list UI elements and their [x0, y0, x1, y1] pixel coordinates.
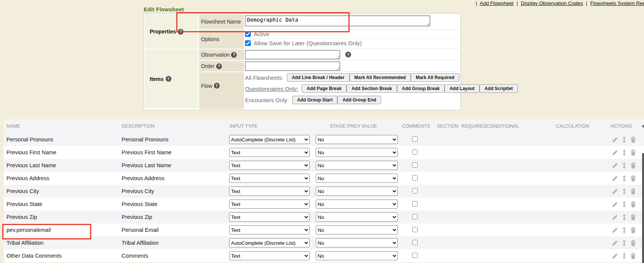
pencil-icon[interactable]: [612, 189, 618, 195]
move-up-down-icon[interactable]: [622, 214, 626, 220]
comments-checkbox[interactable]: [412, 240, 418, 245]
stage-prev-value-select[interactable]: No: [316, 135, 398, 144]
move-up-down-icon[interactable]: [622, 136, 626, 143]
input-type-select[interactable]: Text: [229, 187, 310, 196]
trash-icon[interactable]: [630, 253, 636, 259]
flow-action-button[interactable]: Add Section Break: [347, 84, 397, 93]
help-icon[interactable]: ?: [214, 83, 220, 89]
observation-input[interactable]: [245, 50, 340, 59]
display-observation-codes-link[interactable]: Display Observation Codes: [521, 0, 583, 6]
flowsheets-system-reports-link[interactable]: Flowsheets System Rep: [590, 0, 644, 6]
input-type-select[interactable]: Text: [229, 148, 310, 157]
input-type-select[interactable]: Text: [229, 251, 310, 260]
pencil-icon[interactable]: [612, 240, 618, 246]
stage-prev-value-select[interactable]: No: [316, 238, 398, 247]
help-icon[interactable]: ?: [345, 52, 351, 57]
flow-action-button[interactable]: Add Layout: [445, 84, 479, 93]
stage-prev-value-select[interactable]: No: [316, 212, 398, 222]
help-icon[interactable]: ?: [231, 52, 237, 58]
comments-checkbox[interactable]: [412, 201, 418, 206]
flowsheet-name-input[interactable]: Demographic Data: [245, 16, 430, 26]
input-type-select[interactable]: Text: [229, 161, 310, 170]
stage-prev-value-select[interactable]: No: [316, 225, 398, 234]
move-up-down-icon[interactable]: [622, 188, 626, 195]
allow-save-checkbox[interactable]: [245, 40, 251, 46]
all-flowsheets-row: All Flowsheets: Add Line Break / HeaderM…: [245, 73, 459, 82]
item-name: Tribal Affiliation: [6, 240, 44, 246]
comments-checkbox[interactable]: [412, 162, 418, 168]
vertical-scrollbar[interactable]: [642, 153, 644, 263]
move-up-down-icon[interactable]: [622, 227, 626, 233]
pencil-icon[interactable]: [612, 201, 618, 208]
move-up-down-icon[interactable]: [622, 162, 626, 169]
flow-action-button[interactable]: Add Group End: [337, 96, 381, 104]
input-type-select[interactable]: AutoComplete (Discrete List): [229, 238, 310, 247]
pencil-icon[interactable]: [612, 163, 618, 169]
move-up-down-icon[interactable]: [622, 175, 626, 182]
stage-prev-value-select[interactable]: No: [316, 200, 398, 209]
flow-action-button[interactable]: Mark All Recommended: [350, 73, 411, 82]
col-description: DESCRIPTION: [122, 124, 155, 129]
input-type-select[interactable]: Text: [229, 225, 310, 234]
move-up-down-icon[interactable]: [622, 240, 626, 246]
trash-icon[interactable]: [630, 175, 636, 182]
comments-checkbox[interactable]: [412, 253, 418, 258]
stage-prev-value-select[interactable]: No: [316, 148, 398, 157]
help-icon[interactable]: ?: [216, 63, 222, 69]
col-input-type: INPUT TYPE: [229, 124, 258, 129]
comments-checkbox[interactable]: [412, 149, 418, 155]
help-icon[interactable]: ?: [166, 76, 171, 82]
input-type-select[interactable]: Text: [229, 212, 310, 222]
flow-action-button[interactable]: Add Scriptlet: [479, 84, 518, 93]
move-up-down-icon[interactable]: [622, 149, 626, 156]
flow-action-button[interactable]: Mark All Required: [411, 73, 459, 82]
trash-icon[interactable]: [630, 188, 636, 195]
stage-prev-value-select[interactable]: No: [316, 251, 398, 260]
comments-checkbox[interactable]: [412, 136, 418, 142]
row-divider: [245, 29, 459, 30]
pencil-icon[interactable]: [612, 137, 618, 143]
pencil-icon[interactable]: [612, 150, 618, 156]
trash-icon[interactable]: [630, 149, 636, 156]
pencil-icon[interactable]: [612, 253, 618, 259]
flow-action-button[interactable]: Add Page Break: [302, 84, 347, 93]
trash-icon[interactable]: [630, 136, 636, 143]
flow-action-button[interactable]: Add Line Break / Header: [287, 73, 350, 82]
pencil-icon[interactable]: [612, 227, 618, 233]
stage-prev-value-select[interactable]: No: [316, 187, 398, 196]
flowsheet-name-label: Flowsheet Name: [199, 14, 244, 29]
comments-checkbox[interactable]: [412, 175, 418, 181]
trash-icon[interactable]: [630, 201, 636, 208]
input-type-select[interactable]: Text: [229, 174, 310, 183]
help-icon[interactable]: ?: [178, 29, 184, 35]
flow-action-button[interactable]: Add Group Break: [397, 84, 445, 93]
pencil-icon[interactable]: [612, 214, 618, 220]
col-name: NAME: [6, 124, 21, 129]
active-checkbox[interactable]: [245, 31, 251, 37]
stage-prev-value-select[interactable]: No: [316, 174, 398, 183]
comments-checkbox[interactable]: [412, 214, 418, 219]
pencil-icon[interactable]: [612, 176, 618, 182]
stage-prev-value-select[interactable]: No: [316, 161, 398, 170]
trash-icon[interactable]: [630, 162, 636, 169]
allow-save-label: Allow Save for Later (Questionnaires Onl…: [254, 40, 362, 46]
col-required: REQUIRED: [461, 124, 487, 129]
input-type-select[interactable]: Text: [229, 200, 310, 209]
move-up-down-icon[interactable]: [622, 253, 626, 259]
flow-action-button[interactable]: Add Group Start: [292, 96, 337, 104]
trash-icon[interactable]: [630, 227, 636, 233]
comments-checkbox[interactable]: [412, 188, 418, 193]
table-row: pev.personalemail Personal Email Text No: [4, 223, 644, 236]
actions-cell: [612, 136, 636, 143]
options-label: Options: [199, 30, 244, 49]
move-up-down-icon[interactable]: [622, 201, 626, 208]
comments-checkbox[interactable]: [412, 227, 418, 232]
items-group-label: Items ?: [144, 49, 198, 108]
trash-icon[interactable]: [630, 214, 636, 220]
trash-icon[interactable]: [630, 240, 636, 246]
order-input[interactable]: [245, 62, 340, 71]
left-triangle-icon: [641, 124, 644, 128]
item-description: Previous City: [122, 188, 154, 194]
input-type-select[interactable]: AutoComplete (Discrete List): [229, 135, 310, 144]
add-flowsheet-link[interactable]: Add Flowsheet: [479, 0, 513, 6]
